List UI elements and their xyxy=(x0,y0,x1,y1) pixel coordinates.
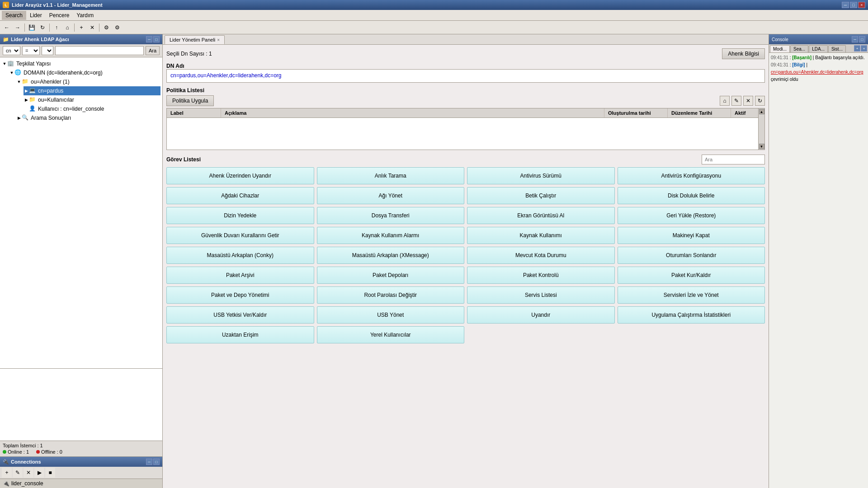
ldap-tree[interactable]: ▼ 🏢 Teşkilat Yapısı ▼ 🌐 DOMAIN (dc=lider… xyxy=(0,57,162,368)
task-button-7[interactable]: Disk Doluluk Belirle xyxy=(618,187,765,204)
conn-edit-button[interactable]: ✎ xyxy=(13,468,23,478)
task-button-22[interactable]: Paket Kontrolü xyxy=(467,267,615,284)
task-button-21[interactable]: Paket Depoları xyxy=(317,267,465,284)
tree-toggle-pardus[interactable]: ▶ xyxy=(24,88,29,94)
tree-item-kullanicilar[interactable]: ▶ 📁 ou=Kullanıcılar xyxy=(24,95,160,104)
scroll-up-btn[interactable]: ▲ xyxy=(759,109,764,114)
menu-pencere[interactable]: Pencere xyxy=(46,11,73,20)
home-button[interactable]: ⌂ xyxy=(62,23,72,33)
task-button-24[interactable]: Paket ve Depo Yönetimi xyxy=(166,286,314,304)
conn-item-lider-console[interactable]: 🔌 lider_console xyxy=(0,479,162,488)
back-button[interactable]: ← xyxy=(2,23,12,33)
task-button-33[interactable]: Yerel Kullanıcılar xyxy=(317,326,465,343)
politika-home-button[interactable]: ⌂ xyxy=(720,96,730,106)
tab-close-icon[interactable]: × xyxy=(217,38,220,42)
task-button-23[interactable]: Paket Kur/Kaldır xyxy=(618,267,765,284)
menu-lider[interactable]: Lider xyxy=(26,11,46,20)
task-button-12[interactable]: Güvenlik Duvarı Kurallarını Getir xyxy=(166,227,314,244)
refresh-button[interactable]: ↻ xyxy=(38,23,47,33)
minimize-button[interactable]: ─ xyxy=(842,2,849,8)
left-panel-minimize[interactable]: ─ xyxy=(146,36,152,42)
right-tab-sist[interactable]: Sist... xyxy=(828,45,846,52)
task-button-8[interactable]: Dizin Yedekle xyxy=(166,207,314,224)
conn-delete-button[interactable]: ✕ xyxy=(24,468,33,478)
tree-toggle-teskilat[interactable]: ▼ xyxy=(2,61,7,66)
task-button-6[interactable]: Betik Çalıştır xyxy=(467,187,615,204)
right-tab-close-view[interactable]: × xyxy=(861,45,867,52)
search-field-select[interactable]: cn ou dc xyxy=(3,46,20,55)
scroll-down-btn[interactable]: ▼ xyxy=(759,144,764,149)
politika-edit-button[interactable]: ✎ xyxy=(731,96,741,106)
task-button-4[interactable]: Ağdaki Cihazlar xyxy=(166,187,314,204)
task-button-19[interactable]: Oturumları Sonlandır xyxy=(618,247,765,264)
conn-maximize[interactable]: □ xyxy=(153,459,160,465)
task-button-26[interactable]: Servis Listesi xyxy=(467,286,615,304)
tree-toggle-ahenkler[interactable]: ▼ xyxy=(16,79,22,84)
task-button-14[interactable]: Kaynak Kullanımı xyxy=(467,227,615,244)
task-button-11[interactable]: Geri Yükle (Restore) xyxy=(618,207,765,224)
right-maximize[interactable]: □ xyxy=(859,36,865,42)
right-tab-new[interactable]: + xyxy=(854,45,860,52)
tab-yonetim-paneli[interactable]: Lider Yönetim Paneli × xyxy=(165,35,225,44)
task-button-13[interactable]: Kaynak Kullanım Alarmı xyxy=(317,227,465,244)
save-button[interactable]: 💾 xyxy=(27,23,37,33)
right-tab-modi[interactable]: Modi... xyxy=(770,45,790,52)
up-button[interactable]: ↑ xyxy=(52,23,61,33)
maximize-button[interactable]: □ xyxy=(850,2,857,8)
search-button[interactable]: Ara xyxy=(146,46,160,55)
tree-item-pardus[interactable]: ▶ 💻 cn=pardus xyxy=(24,86,160,95)
new-button[interactable]: + xyxy=(76,23,86,33)
task-button-1[interactable]: Anlık Tarama xyxy=(317,167,465,184)
close-button[interactable]: × xyxy=(858,2,865,8)
conn-disconnect-button[interactable]: ■ xyxy=(45,468,55,478)
left-panel-maximize[interactable]: □ xyxy=(153,36,160,42)
ahenk-bilgisi-button[interactable]: Ahenk Bilgisi xyxy=(722,48,765,59)
search-input[interactable] xyxy=(55,46,144,55)
tree-item-lider-console[interactable]: 👤 Kullanıcı : cn=lider_console xyxy=(24,104,160,113)
right-panel-controls[interactable]: ─ □ xyxy=(852,36,865,42)
politika-refresh-button[interactable]: ↻ xyxy=(755,96,765,106)
task-button-0[interactable]: Ahenk Üzerinden Uyandır xyxy=(166,167,314,184)
task-button-25[interactable]: Root Parolası Değiştir xyxy=(317,286,465,304)
task-button-27[interactable]: Servisleri İzle ve Yönet xyxy=(618,286,765,304)
task-button-16[interactable]: Masaüstü Arkaplan (Conky) xyxy=(166,247,314,264)
tree-item-arama[interactable]: ▶ 🔍 Arama Sonuçları xyxy=(16,113,160,122)
forward-button[interactable]: → xyxy=(13,23,23,33)
right-tab-lda[interactable]: LDA... xyxy=(809,45,828,52)
tree-item-teskilat[interactable]: ▼ 🏢 Teşkilat Yapısı xyxy=(2,59,160,68)
politika-delete-button[interactable]: ✕ xyxy=(743,96,753,106)
delete-button[interactable]: ✕ xyxy=(87,23,97,33)
task-button-3[interactable]: Antivirüs Konfigürasyonu xyxy=(618,167,765,184)
task-button-17[interactable]: Masaüstü Arkaplan (XMessage) xyxy=(317,247,465,264)
menu-search[interactable]: Search xyxy=(2,11,26,20)
task-button-10[interactable]: Ekran Görüntüsü Al xyxy=(467,207,615,224)
task-button-31[interactable]: Uygulama Çalıştırma İstatistikleri xyxy=(618,306,765,324)
right-tab-sea[interactable]: Sea... xyxy=(790,45,808,52)
task-button-29[interactable]: USB Yönet xyxy=(317,306,465,324)
left-panel-controls[interactable]: ─ □ xyxy=(146,36,160,42)
task-button-30[interactable]: Uyandır xyxy=(467,306,615,324)
tree-toggle-domain[interactable]: ▼ xyxy=(9,70,14,75)
search-value-select[interactable] xyxy=(42,46,53,55)
tree-toggle-kullanicilar[interactable]: ▶ xyxy=(24,97,29,103)
title-bar-controls[interactable]: ─ □ × xyxy=(842,2,865,8)
task-button-9[interactable]: Dosya Transferi xyxy=(317,207,465,224)
task-button-20[interactable]: Paket Arşivi xyxy=(166,267,314,284)
settings-button[interactable]: ⚙ xyxy=(101,23,111,33)
task-button-28[interactable]: USB Yetkisi Ver/Kaldır xyxy=(166,306,314,324)
task-button-15[interactable]: Makineyi Kapat xyxy=(618,227,765,244)
task-button-18[interactable]: Mevcut Kota Durumu xyxy=(467,247,615,264)
gorev-search-input[interactable] xyxy=(702,155,765,164)
right-minimize[interactable]: ─ xyxy=(852,36,858,42)
search-operator-select[interactable]: = ~= >= xyxy=(22,46,40,55)
tree-toggle-arama[interactable]: ▶ xyxy=(16,115,22,121)
conn-controls[interactable]: ─ □ xyxy=(146,459,160,465)
task-button-2[interactable]: Antivirus Sürümü xyxy=(467,167,615,184)
settings2-button[interactable]: ⚙ xyxy=(112,23,122,33)
conn-minimize[interactable]: ─ xyxy=(146,459,152,465)
conn-add-button[interactable]: + xyxy=(2,468,12,478)
tree-item-ahenkler[interactable]: ▼ 📁 ou=Ahenkler (1) xyxy=(16,77,160,86)
conn-connect-button[interactable]: ▶ xyxy=(34,468,44,478)
tree-item-domain[interactable]: ▼ 🌐 DOMAIN (dc=liderahenk,dc=org) xyxy=(9,68,160,77)
task-button-32[interactable]: Uzaktan Erişim xyxy=(166,326,314,343)
